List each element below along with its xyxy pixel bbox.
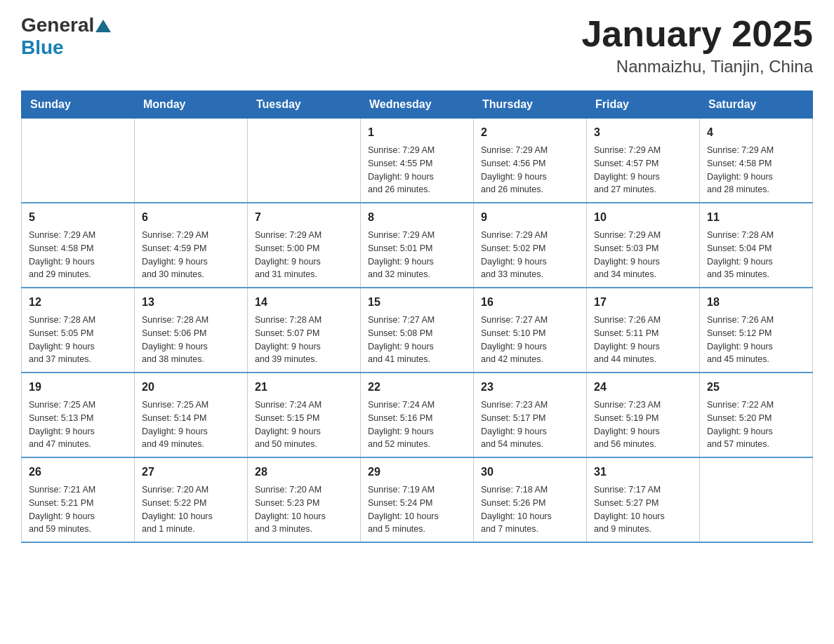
day-info: Sunrise: 7:28 AM Sunset: 5:05 PM Dayligh… xyxy=(29,314,127,366)
weekday-header-saturday: Saturday xyxy=(700,91,813,119)
calendar-cell: 9Sunrise: 7:29 AM Sunset: 5:02 PM Daylig… xyxy=(474,203,587,288)
day-info: Sunrise: 7:20 AM Sunset: 5:22 PM Dayligh… xyxy=(142,483,240,536)
logo-row1: General xyxy=(21,14,111,36)
calendar-cell xyxy=(135,119,248,203)
calendar-cell: 8Sunrise: 7:29 AM Sunset: 5:01 PM Daylig… xyxy=(361,203,474,288)
day-number: 25 xyxy=(707,379,805,396)
calendar-cell: 17Sunrise: 7:26 AM Sunset: 5:11 PM Dayli… xyxy=(587,288,700,373)
day-number: 4 xyxy=(707,124,805,141)
calendar-week-2: 12Sunrise: 7:28 AM Sunset: 5:05 PM Dayli… xyxy=(22,288,813,373)
day-number: 11 xyxy=(707,209,805,226)
calendar-cell: 19Sunrise: 7:25 AM Sunset: 5:13 PM Dayli… xyxy=(22,373,135,457)
day-number: 6 xyxy=(142,209,240,226)
title-block: January 2025 Nanmaizhu, Tianjin, China xyxy=(581,14,813,76)
day-number: 5 xyxy=(29,209,127,226)
day-number: 7 xyxy=(255,209,353,226)
day-info: Sunrise: 7:27 AM Sunset: 5:10 PM Dayligh… xyxy=(481,314,579,366)
page-subtitle: Nanmaizhu, Tianjin, China xyxy=(581,57,813,76)
day-info: Sunrise: 7:29 AM Sunset: 5:03 PM Dayligh… xyxy=(594,229,692,281)
day-info: Sunrise: 7:29 AM Sunset: 4:56 PM Dayligh… xyxy=(481,144,579,196)
day-info: Sunrise: 7:28 AM Sunset: 5:04 PM Dayligh… xyxy=(707,229,805,281)
day-info: Sunrise: 7:26 AM Sunset: 5:12 PM Dayligh… xyxy=(707,314,805,366)
svg-marker-0 xyxy=(95,20,111,32)
day-info: Sunrise: 7:29 AM Sunset: 5:01 PM Dayligh… xyxy=(368,229,466,281)
day-number: 24 xyxy=(594,379,692,396)
day-number: 18 xyxy=(707,294,805,311)
day-info: Sunrise: 7:29 AM Sunset: 5:02 PM Dayligh… xyxy=(481,229,579,281)
calendar-cell: 3Sunrise: 7:29 AM Sunset: 4:57 PM Daylig… xyxy=(587,119,700,203)
day-number: 30 xyxy=(481,464,579,481)
day-info: Sunrise: 7:22 AM Sunset: 5:20 PM Dayligh… xyxy=(707,398,805,451)
calendar-cell: 25Sunrise: 7:22 AM Sunset: 5:20 PM Dayli… xyxy=(700,373,813,457)
calendar-table: SundayMondayTuesdayWednesdayThursdayFrid… xyxy=(21,90,813,543)
calendar-cell: 16Sunrise: 7:27 AM Sunset: 5:10 PM Dayli… xyxy=(474,288,587,373)
calendar-cell: 2Sunrise: 7:29 AM Sunset: 4:56 PM Daylig… xyxy=(474,119,587,203)
calendar-week-1: 5Sunrise: 7:29 AM Sunset: 4:58 PM Daylig… xyxy=(22,203,813,288)
day-number: 27 xyxy=(142,464,240,481)
calendar-cell: 18Sunrise: 7:26 AM Sunset: 5:12 PM Dayli… xyxy=(700,288,813,373)
logo-general-text: General xyxy=(21,14,94,36)
weekday-header-tuesday: Tuesday xyxy=(248,91,361,119)
day-number: 12 xyxy=(29,294,127,311)
calendar-cell: 20Sunrise: 7:25 AM Sunset: 5:14 PM Dayli… xyxy=(135,373,248,457)
logo-triangle-icon xyxy=(95,18,111,34)
calendar-cell: 30Sunrise: 7:18 AM Sunset: 5:26 PM Dayli… xyxy=(474,457,587,542)
day-info: Sunrise: 7:27 AM Sunset: 5:08 PM Dayligh… xyxy=(368,314,466,366)
calendar-cell: 23Sunrise: 7:23 AM Sunset: 5:17 PM Dayli… xyxy=(474,373,587,457)
calendar-cell: 28Sunrise: 7:20 AM Sunset: 5:23 PM Dayli… xyxy=(248,457,361,542)
calendar-header: SundayMondayTuesdayWednesdayThursdayFrid… xyxy=(22,91,813,119)
calendar-week-3: 19Sunrise: 7:25 AM Sunset: 5:13 PM Dayli… xyxy=(22,373,813,457)
day-number: 29 xyxy=(368,464,466,481)
day-number: 19 xyxy=(29,379,127,396)
day-number: 2 xyxy=(481,124,579,141)
day-number: 20 xyxy=(142,379,240,396)
day-number: 8 xyxy=(368,209,466,226)
day-number: 9 xyxy=(481,209,579,226)
calendar-cell: 26Sunrise: 7:21 AM Sunset: 5:21 PM Dayli… xyxy=(22,457,135,542)
day-info: Sunrise: 7:26 AM Sunset: 5:11 PM Dayligh… xyxy=(594,314,692,366)
calendar-cell: 4Sunrise: 7:29 AM Sunset: 4:58 PM Daylig… xyxy=(700,119,813,203)
day-number: 23 xyxy=(481,379,579,396)
calendar-cell: 13Sunrise: 7:28 AM Sunset: 5:06 PM Dayli… xyxy=(135,288,248,373)
calendar-cell: 5Sunrise: 7:29 AM Sunset: 4:58 PM Daylig… xyxy=(22,203,135,288)
day-info: Sunrise: 7:29 AM Sunset: 4:55 PM Dayligh… xyxy=(368,144,466,196)
day-info: Sunrise: 7:29 AM Sunset: 5:00 PM Dayligh… xyxy=(255,229,353,281)
day-info: Sunrise: 7:29 AM Sunset: 4:59 PM Dayligh… xyxy=(142,229,240,281)
calendar-cell: 15Sunrise: 7:27 AM Sunset: 5:08 PM Dayli… xyxy=(361,288,474,373)
weekday-header-row: SundayMondayTuesdayWednesdayThursdayFrid… xyxy=(22,91,813,119)
day-info: Sunrise: 7:24 AM Sunset: 5:16 PM Dayligh… xyxy=(368,398,466,451)
calendar-week-0: 1Sunrise: 7:29 AM Sunset: 4:55 PM Daylig… xyxy=(22,119,813,203)
day-info: Sunrise: 7:18 AM Sunset: 5:26 PM Dayligh… xyxy=(481,483,579,536)
day-info: Sunrise: 7:29 AM Sunset: 4:58 PM Dayligh… xyxy=(707,144,805,196)
day-number: 15 xyxy=(368,294,466,311)
day-number: 26 xyxy=(29,464,127,481)
day-info: Sunrise: 7:24 AM Sunset: 5:15 PM Dayligh… xyxy=(255,398,353,451)
day-info: Sunrise: 7:23 AM Sunset: 5:19 PM Dayligh… xyxy=(594,398,692,451)
logo: General Blue xyxy=(21,14,111,59)
day-info: Sunrise: 7:28 AM Sunset: 5:06 PM Dayligh… xyxy=(142,314,240,366)
day-number: 3 xyxy=(594,124,692,141)
day-number: 17 xyxy=(594,294,692,311)
page-title: January 2025 xyxy=(581,14,813,54)
calendar-cell: 24Sunrise: 7:23 AM Sunset: 5:19 PM Dayli… xyxy=(587,373,700,457)
calendar-cell: 14Sunrise: 7:28 AM Sunset: 5:07 PM Dayli… xyxy=(248,288,361,373)
day-info: Sunrise: 7:25 AM Sunset: 5:13 PM Dayligh… xyxy=(29,398,127,451)
calendar-cell: 6Sunrise: 7:29 AM Sunset: 4:59 PM Daylig… xyxy=(135,203,248,288)
day-number: 14 xyxy=(255,294,353,311)
calendar-cell: 22Sunrise: 7:24 AM Sunset: 5:16 PM Dayli… xyxy=(361,373,474,457)
day-number: 13 xyxy=(142,294,240,311)
day-number: 21 xyxy=(255,379,353,396)
day-info: Sunrise: 7:23 AM Sunset: 5:17 PM Dayligh… xyxy=(481,398,579,451)
day-number: 1 xyxy=(368,124,466,141)
day-number: 22 xyxy=(368,379,466,396)
calendar-cell xyxy=(248,119,361,203)
calendar-cell: 21Sunrise: 7:24 AM Sunset: 5:15 PM Dayli… xyxy=(248,373,361,457)
day-info: Sunrise: 7:29 AM Sunset: 4:58 PM Dayligh… xyxy=(29,229,127,281)
calendar-cell: 11Sunrise: 7:28 AM Sunset: 5:04 PM Dayli… xyxy=(700,203,813,288)
day-number: 16 xyxy=(481,294,579,311)
calendar-cell: 27Sunrise: 7:20 AM Sunset: 5:22 PM Dayli… xyxy=(135,457,248,542)
day-number: 10 xyxy=(594,209,692,226)
day-number: 28 xyxy=(255,464,353,481)
weekday-header-monday: Monday xyxy=(135,91,248,119)
calendar-cell: 31Sunrise: 7:17 AM Sunset: 5:27 PM Dayli… xyxy=(587,457,700,542)
